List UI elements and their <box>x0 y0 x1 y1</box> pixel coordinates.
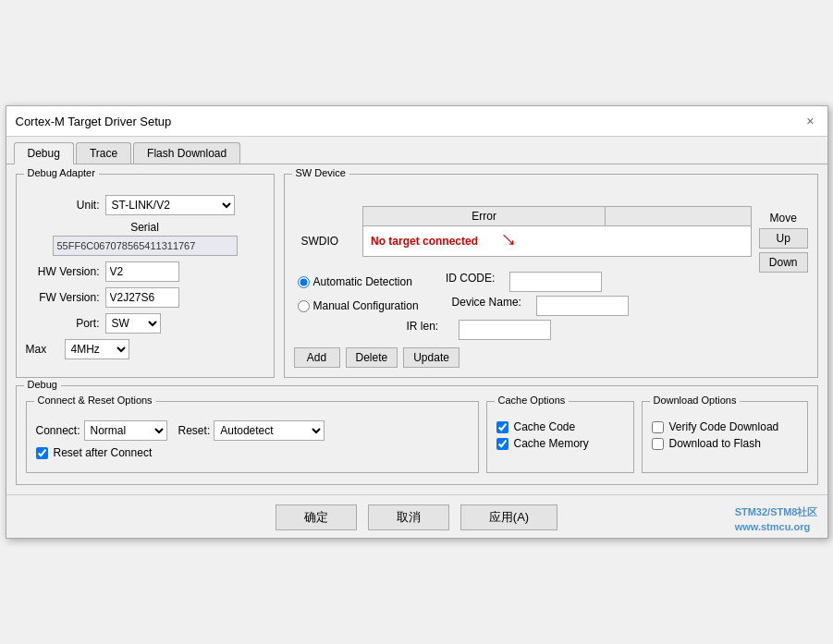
sw-table-wrapper: Error SWDIO No targ <box>294 195 752 264</box>
swdio-cell-label: SWDIO <box>294 226 363 257</box>
id-code-input[interactable] <box>509 272 602 292</box>
auto-detect-label: Automatic Detection <box>313 275 412 288</box>
max-label: Max <box>26 343 59 356</box>
device-name-input[interactable] <box>536 296 629 316</box>
debug-outer-label: Debug <box>24 379 61 390</box>
sw-device-table: Error SWDIO No targ <box>294 206 752 257</box>
reset-after-connect-checkbox[interactable] <box>36 447 48 459</box>
verify-code-download-row: Verify Code Download <box>652 420 798 433</box>
add-button[interactable]: Add <box>294 347 340 368</box>
reset-after-connect-row: Reset after Connect <box>36 446 469 459</box>
up-button[interactable]: Up <box>759 228 808 249</box>
cache-code-checkbox[interactable] <box>496 421 508 433</box>
hw-version-input[interactable] <box>105 261 179 282</box>
download-to-flash-label: Download to Flash <box>669 437 761 450</box>
unit-select[interactable]: ST-LINK/V2 <box>105 195 235 215</box>
auto-detect-option[interactable]: Automatic Detection <box>298 272 412 292</box>
manual-config-option[interactable]: Manual Configuration <box>298 296 419 316</box>
port-label: Port: <box>26 317 100 330</box>
cache-memory-checkbox[interactable] <box>496 438 508 450</box>
error-message-cell: No target connected ↑ <box>363 226 752 257</box>
manual-config-radio[interactable] <box>298 300 310 312</box>
ir-len-input[interactable] <box>459 320 551 340</box>
empty-header <box>606 207 751 226</box>
ir-len-row: IR len: <box>298 320 752 340</box>
verify-code-download-label: Verify Code Download <box>669 420 779 433</box>
tab-debug[interactable]: Debug <box>14 142 74 164</box>
device-name-label: Device Name: <box>452 296 521 316</box>
detection-radio-row: Automatic Detection ID CODE: <box>298 272 752 292</box>
debug-outer-group: Debug Connect & Reset Options Connect: N… <box>16 385 818 485</box>
download-options-group: Download Options Verify Code Download Do… <box>642 401 808 473</box>
fw-version-input[interactable] <box>105 287 179 308</box>
delete-button[interactable]: Delete <box>346 347 398 368</box>
window-title: Cortex-M Target Driver Setup <box>16 115 172 128</box>
error-header: Error <box>363 207 606 226</box>
down-button[interactable]: Down <box>759 252 808 273</box>
fw-version-label: FW Version: <box>26 291 100 304</box>
tab-bar: Debug Trace Flash Download <box>6 137 827 164</box>
hw-version-label: HW Version: <box>26 265 100 278</box>
manual-config-radio-row: Manual Configuration Device Name: <box>298 296 752 316</box>
cache-code-label: Cache Code <box>514 420 576 433</box>
connect-reset-group: Connect & Reset Options Connect: Normal … <box>26 401 479 473</box>
manual-config-label: Manual Configuration <box>313 299 419 312</box>
update-button[interactable]: Update <box>403 347 459 368</box>
move-buttons-col: Move Up Down <box>759 195 808 273</box>
serial-input[interactable] <box>53 236 238 256</box>
connect-select[interactable]: Normal Under Reset Pre-Reset <box>84 420 167 441</box>
debug-adapter-label: Debug Adapter <box>24 167 99 178</box>
reset-label: Reset: <box>178 424 211 437</box>
ir-len-label: IR len: <box>407 320 439 340</box>
action-buttons-row: Add Delete Update <box>294 347 752 368</box>
footer: 确定 取消 应用(A) STM32/STM8社区www.stmcu.org <box>6 494 827 538</box>
download-to-flash-row: Download to Flash <box>652 437 798 450</box>
debug-adapter-group: Debug Adapter Unit: ST-LINK/V2 Serial HW… <box>16 174 275 378</box>
connect-reset-label: Connect & Reset Options <box>34 395 156 406</box>
sw-device-label: SW Device <box>292 167 349 178</box>
unit-label: Unit: <box>26 199 100 212</box>
sw-device-group: SW Device Error <box>284 174 818 378</box>
download-to-flash-checkbox[interactable] <box>652 438 664 450</box>
tab-flash-download[interactable]: Flash Download <box>133 142 240 164</box>
connect-label: Connect: <box>36 424 80 437</box>
cache-code-row: Cache Code <box>496 420 624 433</box>
close-button[interactable]: × <box>802 114 817 128</box>
red-arrow-icon: ↑ <box>497 228 523 254</box>
cache-memory-label: Cache Memory <box>514 437 589 450</box>
download-options-label: Download Options <box>650 395 741 406</box>
tab-trace[interactable]: Trace <box>76 142 131 164</box>
top-row: Debug Adapter Unit: ST-LINK/V2 Serial HW… <box>16 174 818 378</box>
reset-select[interactable]: Autodetect Software Hardware <box>214 420 325 441</box>
confirm-button[interactable]: 确定 <box>276 504 357 530</box>
verify-code-download-checkbox[interactable] <box>652 421 664 433</box>
cache-options-label: Cache Options <box>495 395 570 406</box>
main-window: Cortex-M Target Driver Setup × Debug Tra… <box>6 105 828 539</box>
id-code-label: ID CODE: <box>446 272 495 292</box>
cancel-button[interactable]: 取消 <box>368 504 449 530</box>
auto-detect-radio[interactable] <box>298 276 310 288</box>
port-select[interactable]: SW JTAG <box>105 313 161 334</box>
max-select[interactable]: 4MHz 8MHz 1MHz <box>65 339 129 359</box>
watermark: STM32/STM8社区www.stmcu.org <box>735 505 818 534</box>
apply-button[interactable]: 应用(A) <box>460 504 557 530</box>
move-label: Move <box>759 212 808 225</box>
error-message: No target connected <box>371 235 478 248</box>
main-content: Debug Adapter Unit: ST-LINK/V2 Serial HW… <box>6 164 827 494</box>
reset-after-connect-label: Reset after Connect <box>54 446 153 459</box>
title-bar: Cortex-M Target Driver Setup × <box>6 106 827 137</box>
cache-options-group: Cache Options Cache Code Cache Memory <box>486 401 634 473</box>
serial-label: Serial <box>26 221 264 234</box>
cache-memory-row: Cache Memory <box>496 437 624 450</box>
